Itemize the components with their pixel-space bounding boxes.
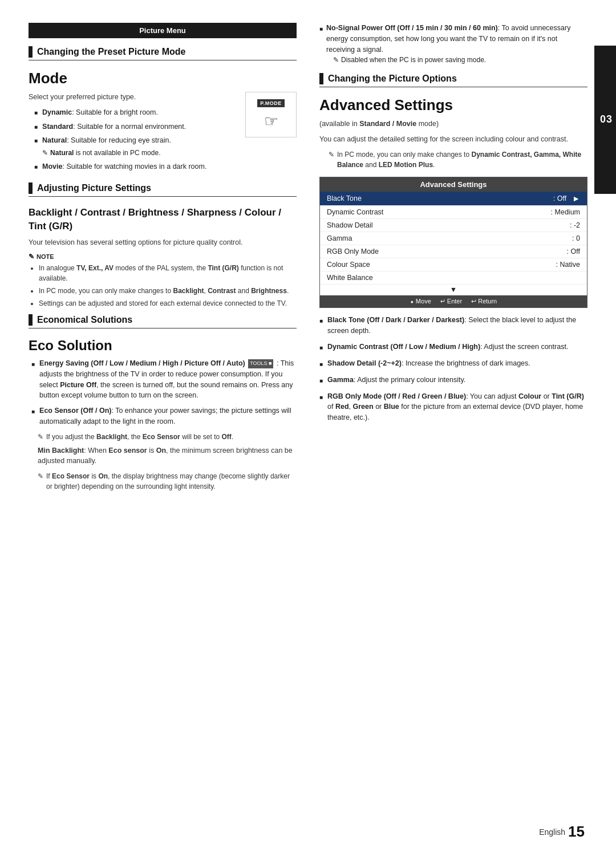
adjusting-section: Adjusting Picture Settings (29, 182, 297, 197)
adv-menu-row-gamma[interactable]: Gamma : 0 (320, 232, 587, 245)
adv-row-value: : Medium (551, 208, 580, 216)
list-item: In analogue TV, Ext., AV modes of the PA… (39, 263, 297, 283)
no-signal-note: Disabled when the PC is in power saving … (333, 55, 587, 65)
page: 03 Basic Features Picture Menu Changing … (0, 0, 616, 852)
footer-move: ⬥ Move (410, 298, 431, 305)
adv-row-label: White Balance (327, 274, 373, 282)
min-backlight-text: Min Backlight: When Eco sensor is On, th… (38, 445, 297, 467)
eco-note2: If Eco Sensor is On, the display brightn… (38, 471, 297, 492)
list-item: Eco Sensor (Off / On): To enhance your p… (31, 405, 297, 427)
chapter-number: 03 (600, 114, 613, 126)
list-item: Gamma: Adjust the primary colour intensi… (319, 375, 587, 386)
economical-section: Economical Solutions (29, 314, 297, 328)
adv-row-value: : -2 (570, 221, 580, 229)
right-column: No-Signal Power Off (Off / 15 min / 30 m… (319, 23, 587, 829)
list-item: Energy Saving (Off / Low / Medium / High… (31, 358, 297, 401)
note-label: NOTE (29, 253, 297, 261)
changing-options-section: Changing the Picture Options (319, 73, 587, 87)
adv-row-label: Gamma (327, 234, 352, 242)
eco-title: Eco Solution (29, 338, 297, 354)
backlight-desc: Your television has several setting opti… (29, 237, 297, 248)
advanced-pc-note: In PC mode, you can only make changes to… (329, 149, 587, 170)
advanced-desc: You can adjust the detailed setting for … (319, 134, 587, 145)
adv-row-label: Colour Space (327, 261, 370, 269)
adv-row-value: : Off (567, 248, 580, 255)
section-bar (29, 46, 33, 58)
list-item: Black Tone (Off / Dark / Darker / Darkes… (319, 315, 587, 336)
adv-menu-row-white-balance[interactable]: White Balance (320, 271, 587, 285)
language-label: English (539, 827, 565, 837)
list-item: In PC mode, you can only make changes to… (39, 286, 297, 296)
chapter-sidebar: 03 Basic Features (594, 46, 616, 194)
changing-options-heading: Changing the Picture Options (328, 74, 457, 84)
list-item: RGB Only Mode (Off / Red / Green / Blue)… (319, 391, 587, 423)
adv-menu-footer: ⬥ Move ↵ Enter ↩ Return (320, 295, 587, 307)
eco-note1: If you adjust the Backlight, the Eco Sen… (38, 432, 297, 442)
pmode-hand-icon: ☞ (264, 112, 278, 131)
mode-title: Mode (29, 70, 297, 87)
adv-menu-row-rgb-mode[interactable]: RGB Only Mode : Off (320, 245, 587, 258)
footer-enter: ↵ Enter (440, 298, 462, 305)
footer-return: ↩ Return (471, 298, 497, 305)
pmode-illustration: P.MODE ☞ (245, 92, 297, 137)
section-bar (29, 182, 33, 194)
pmode-label: P.MODE (257, 99, 284, 107)
adv-row-label: Dynamic Contrast (327, 208, 383, 216)
adv-row-value: : 0 (572, 234, 580, 242)
mode-section: Mode P.MODE ☞ Select your preferred pict… (29, 70, 297, 177)
adv-menu-row-black-tone[interactable]: Black Tone : Off ► (320, 192, 587, 206)
picture-menu-header: Picture Menu (29, 23, 297, 38)
no-signal-section: No-Signal Power Off (Off / 15 min / 30 m… (319, 23, 587, 65)
adv-menu-row-shadow-detail[interactable]: Shadow Detail : -2 (320, 219, 587, 232)
backlight-section: Backlight / Contrast / Brightness / Shar… (29, 206, 297, 309)
list-item: Movie: Suitable for watching movies in a… (34, 161, 297, 172)
adv-row-label: Black Tone (327, 194, 362, 202)
adv-menu-row-dynamic-contrast[interactable]: Dynamic Contrast : Medium (320, 206, 587, 219)
advanced-settings-menu: Advanced Settings Black Tone : Off ► Dyn… (319, 177, 587, 308)
adv-menu-row-colour-space[interactable]: Colour Space : Native (320, 258, 587, 271)
page-number: 15 (568, 823, 585, 841)
backlight-title: Backlight / Contrast / Brightness / Shar… (29, 206, 297, 233)
adv-menu-scroll: ▼ (320, 285, 587, 295)
list-item: Standard: Suitable for a normal environm… (34, 121, 237, 132)
changing-preset-section: Changing the Preset Picture Mode (29, 46, 297, 60)
advanced-bullets: Black Tone (Off / Dark / Darker / Darkes… (319, 315, 587, 423)
adjusting-heading: Adjusting Picture Settings (37, 183, 151, 193)
adv-row-label: Shadow Detail (327, 221, 373, 229)
changing-preset-heading: Changing the Preset Picture Mode (37, 47, 185, 57)
page-footer: English 15 (539, 823, 585, 841)
list-item: Dynamic: Suitable for a bright room. (34, 107, 237, 118)
list-item: Settings can be adjusted and stored for … (39, 298, 297, 309)
adv-row-value: : Native (556, 261, 580, 269)
list-item: Shadow Detail (-2~+2): Increase the brig… (319, 358, 587, 369)
advanced-settings-section: Advanced Settings (available in Standard… (319, 96, 587, 423)
section-bar (29, 314, 33, 326)
eco-list: Energy Saving (Off / Low / Medium / High… (31, 358, 297, 427)
section-bar (319, 73, 323, 84)
eco-section: Eco Solution Energy Saving (Off / Low / … (29, 338, 297, 492)
adv-menu-header: Advanced Settings (320, 177, 587, 192)
adv-row-label: RGB Only Mode (327, 248, 379, 255)
advanced-title: Advanced Settings (319, 96, 587, 114)
list-item: Natural: Suitable for reducing eye strai… (34, 135, 237, 158)
adv-row-value: : Off ► (553, 194, 580, 203)
main-content: Picture Menu Changing the Preset Picture… (0, 0, 616, 852)
advanced-mode-note: (available in Standard / Movie mode) (319, 119, 587, 129)
adv-row-arrow: ► (572, 194, 580, 203)
note-list: In analogue TV, Ext., AV modes of the PA… (39, 263, 297, 309)
tools-badge: TOOLS ■ (248, 359, 273, 368)
list-item: Dynamic Contrast (Off / Low / Medium / H… (319, 342, 587, 352)
backlight-note: NOTE In analogue TV, Ext., AV modes of t… (29, 253, 297, 309)
left-column: Picture Menu Changing the Preset Picture… (29, 23, 297, 829)
no-signal-title: No-Signal Power Off (Off / 15 min / 30 m… (319, 23, 587, 55)
economical-heading: Economical Solutions (37, 315, 132, 325)
